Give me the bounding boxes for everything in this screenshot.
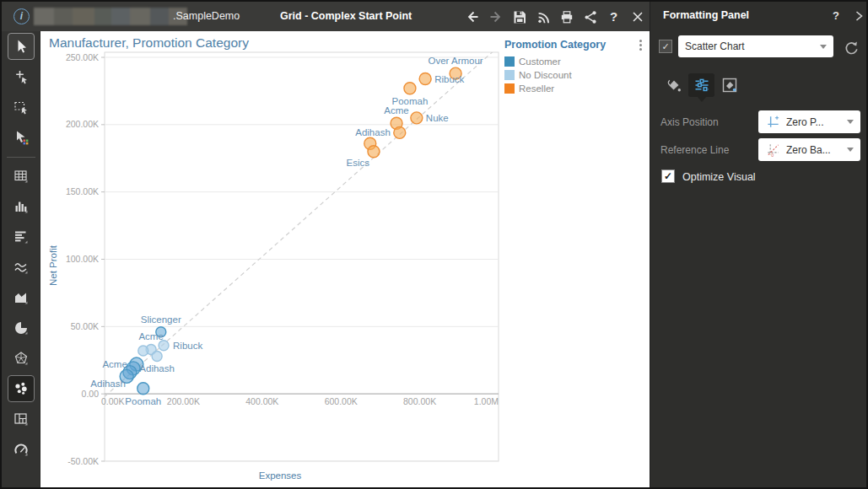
pie-chart-visualization[interactable] [8, 314, 35, 341]
scatter-point-reseller[interactable] [411, 112, 423, 124]
scatter-chart-visualization[interactable] [8, 375, 35, 402]
legend-item[interactable]: No Discount [504, 70, 646, 80]
point-label: Ribuck [434, 74, 464, 84]
visualization-enabled-checkbox[interactable]: ✓ [659, 40, 672, 53]
treemap-icon [13, 411, 30, 427]
x-tick-label: 0.00K [101, 396, 124, 406]
info-icon[interactable]: i [13, 8, 30, 24]
point-label: Esics [346, 158, 369, 168]
point-label: Acme [102, 359, 127, 369]
radar-chart-visualization[interactable] [8, 345, 35, 372]
close-button[interactable] [628, 6, 647, 27]
legend-label: Reseller [519, 83, 554, 94]
radar-chart-icon [13, 350, 30, 367]
reference-line-label: Reference Line [660, 144, 729, 156]
point-label: Nuke [426, 113, 449, 123]
panel-help-icon[interactable]: ? [833, 9, 839, 22]
forward-arrow-icon [488, 9, 504, 24]
treemap-visualization[interactable] [8, 406, 35, 433]
scatter-point-customer[interactable] [137, 383, 149, 395]
legend-item[interactable]: Reseller [504, 83, 646, 94]
optimize-visual-checkbox[interactable]: ✓ [661, 169, 675, 183]
print-button[interactable] [557, 6, 576, 27]
column-chart-visualization[interactable] [8, 193, 35, 220]
sidebar-divider [7, 157, 35, 158]
pie-chart-icon [13, 320, 30, 336]
scatter-point-no-discount[interactable] [138, 346, 148, 356]
legend-item[interactable]: Customer [504, 56, 646, 67]
x-tick-label: 1.00M [474, 396, 499, 406]
style-tab[interactable] [660, 73, 687, 97]
legend-overflow-menu-icon[interactable] [634, 39, 646, 51]
axis-position-value: Zero P... [786, 116, 844, 128]
back-button[interactable] [462, 6, 482, 27]
reset-icon[interactable] [841, 38, 860, 56]
save-button[interactable] [509, 6, 529, 27]
app-window: i .SampleDemo Grid - Complex Start Point… [0, 0, 868, 489]
point-label: Acme [384, 105, 408, 116]
scatter-point-no-discount[interactable] [152, 351, 162, 361]
workspace-name: .SampleDemo [173, 2, 240, 31]
legend-label: Customer [519, 56, 561, 67]
marquee-select-tool[interactable] [8, 94, 35, 121]
select-tool[interactable] [8, 33, 35, 60]
point-label: Adihash [90, 379, 126, 389]
y-tick-label: 150.00K [66, 186, 99, 196]
y-axis-title: Net Profit [48, 244, 58, 286]
scatter-point-reseller[interactable] [368, 146, 380, 158]
reference-line-select[interactable]: 0 Zero Ba... [758, 138, 860, 161]
area-chart-visualization[interactable] [8, 284, 35, 311]
axis-position-label: Axis Position [660, 116, 719, 128]
chevron-down-icon [847, 120, 854, 124]
legend-swatch [504, 83, 515, 94]
axis-position-select[interactable]: Zero P... [758, 110, 860, 133]
settings-tab[interactable] [688, 73, 714, 97]
point-label: Adihash [355, 127, 391, 137]
share-icon [583, 9, 598, 24]
y-tick-label: 200.00K [66, 119, 99, 129]
optimize-visual-label: Optimize Visual [682, 171, 756, 183]
point-label: Poomah [392, 96, 429, 106]
panel-collapse-icon[interactable] [851, 8, 866, 27]
panel-tabs [660, 73, 742, 97]
grid-visualization[interactable] [8, 163, 35, 190]
bar-chart-visualization[interactable] [8, 223, 35, 250]
point-label: Ribuck [173, 341, 202, 351]
window-title: Grid - Complex Start Point [280, 2, 412, 31]
y-tick-label: 0.00 [82, 389, 100, 399]
scatter-point-no-discount[interactable] [159, 341, 169, 351]
point-label: Acme [138, 331, 163, 341]
printer-icon [559, 9, 574, 24]
grid-icon [13, 168, 30, 185]
y-tick-label: 250.00K [66, 52, 99, 62]
y-tick-label: -50.00K [67, 456, 99, 466]
x-tick-label: 600.00K [325, 396, 358, 406]
scatter-point-reseller[interactable] [419, 73, 431, 85]
line-chart-visualization[interactable] [8, 254, 35, 281]
scatter-point-reseller[interactable] [404, 83, 416, 94]
visualization-type-select[interactable]: Scatter Chart [678, 35, 833, 57]
forward-button[interactable] [486, 6, 505, 27]
legend-label: No Discount [519, 70, 572, 80]
bar-chart-icon [13, 228, 30, 245]
help-button[interactable]: ? [604, 6, 623, 27]
feed-button[interactable] [533, 6, 553, 27]
scatter-point-reseller[interactable] [394, 126, 406, 138]
gauge-visualization[interactable] [8, 436, 35, 463]
add-pointer-tool[interactable] [8, 63, 35, 90]
share-button[interactable] [580, 6, 600, 27]
y-tick-label: 100.00K [66, 254, 99, 264]
chart-area: Manufacturer, Promotion Category 250.00K… [40, 31, 650, 489]
legend-swatch [504, 56, 515, 67]
axis-position-icon [765, 114, 781, 130]
formatting-panel: Formatting Panel ? ✓ Scatter Chart [650, 2, 868, 489]
reference-line-value: Zero Ba... [786, 144, 844, 156]
visualization-type-value: Scatter Chart [685, 40, 817, 52]
multi-select-tool[interactable] [8, 124, 35, 151]
legend: Promotion Category CustomerNo DiscountRe… [504, 39, 646, 94]
point-label: Slicenger [141, 314, 181, 325]
background-tab[interactable] [716, 73, 742, 97]
close-x-icon [630, 9, 645, 24]
column-chart-icon [13, 198, 30, 215]
paint-icon [665, 76, 683, 94]
